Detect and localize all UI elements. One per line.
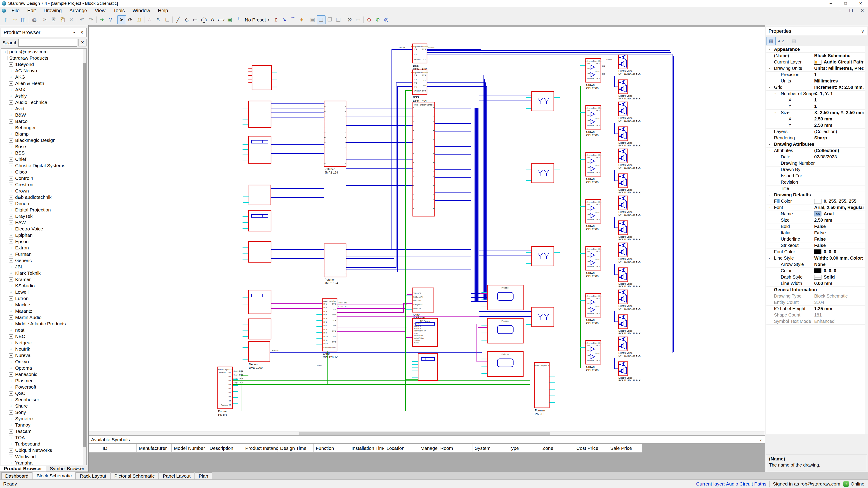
schematic-block[interactable]: 2 Channel AmplifierCrownCDI 2000I/P 1I/P… — [585, 199, 602, 231]
tree-item-cisco[interactable]: +Cisco — [1, 169, 86, 175]
tree-item-klark-teknik[interactable]: +Klark Teknik — [1, 270, 86, 276]
schematic-block[interactable]: PatcherJMP2-124 — [324, 244, 346, 285]
tree-item-allen-heath[interactable]: +Allen & Heath — [1, 80, 86, 87]
wire[interactable] — [346, 87, 412, 272]
property-row[interactable]: ⌄FontArial, 2.50 mm, Regular — [766, 204, 867, 211]
tree-item-plasmec[interactable]: +Plasmec — [1, 378, 86, 384]
tree-item-lowell[interactable]: +Lowell — [1, 289, 86, 295]
tree-item-kramer[interactable]: +Kramer — [1, 276, 86, 283]
tree-item-jbl[interactable]: +JBL — [1, 264, 86, 270]
expander-icon[interactable]: › — [757, 437, 765, 443]
hammer-tool-icon[interactable]: ⚒ — [345, 15, 354, 24]
speaker-block[interactable]: Electro-VoiceEVF-1122D/126-BLK — [618, 174, 641, 194]
property-row[interactable]: Title — [766, 186, 867, 192]
tree-item-optoma[interactable]: +Optoma — [1, 365, 86, 371]
property-category[interactable]: ⌄General Information — [766, 287, 867, 293]
property-row[interactable]: ⌄Attributes(Collection) — [766, 148, 867, 154]
tree-item-lutron[interactable]: +Lutron — [1, 295, 86, 302]
property-row[interactable]: Y1 — [766, 103, 867, 109]
properties-scrollbar[interactable] — [865, 46, 868, 434]
doc-tab-plan[interactable]: Plan — [195, 473, 212, 480]
lock-tool-icon[interactable]: ⚿ — [134, 15, 143, 24]
undo-icon[interactable]: ↶ — [78, 15, 87, 24]
cube3-tool-icon[interactable]: ❑ — [334, 15, 343, 24]
tree-item-neat[interactable]: +neat — [1, 327, 86, 333]
tree-item-mackie[interactable]: +Mackie — [1, 302, 86, 308]
print-icon[interactable]: ⎙ — [30, 15, 39, 24]
export-icon[interactable]: ➜ — [98, 15, 106, 24]
menu-drawing[interactable]: Drawing — [39, 7, 66, 14]
tree-item-toa[interactable]: +TOA — [1, 434, 86, 441]
tree-item-sony[interactable]: +Sony — [1, 409, 86, 416]
column-header-blank[interactable] — [89, 444, 100, 453]
tree-item-behringer[interactable]: +Behringer — [1, 125, 86, 131]
schematic-block[interactable]: Matrix SwitcherExtronCPT128HVI/P 1I/P 2I… — [322, 299, 338, 359]
wire[interactable] — [601, 217, 618, 228]
tree-item-d-b-audiotechnik[interactable]: +d&b audiotechnik — [1, 194, 86, 200]
delete-icon[interactable]: ✕ — [67, 15, 75, 24]
property-row[interactable]: Date02/08/2023 — [766, 154, 867, 160]
column-header-zone[interactable]: Zone — [540, 444, 574, 453]
save-icon[interactable]: ◫ — [19, 15, 28, 24]
rotate-tool-icon[interactable]: ⟳ — [126, 15, 134, 24]
tree-item-powersoft[interactable]: +Powersoft — [1, 384, 86, 390]
canvas-scrollbar-thumb[interactable] — [299, 432, 550, 435]
tree-item-marantz[interactable]: +Marantz — [1, 308, 86, 314]
speaker-block[interactable]: Electro-VoiceEVF-1122D/126-BLK — [618, 362, 641, 382]
property-category[interactable]: ⌄Appearance — [766, 46, 867, 53]
categorized-view-icon[interactable]: ▦ — [767, 37, 776, 45]
property-row[interactable]: Symbol Text ModeEnhanced — [766, 318, 867, 325]
property-row[interactable]: BoldFalse — [766, 223, 867, 230]
property-row[interactable]: Revision — [766, 179, 867, 186]
zoom-select-icon[interactable]: ◎ — [382, 15, 391, 24]
tree-item-electro-voice[interactable]: +Electro-Voice — [1, 226, 86, 232]
status-current-layer[interactable]: Current layer: Audio Circuit Paths — [696, 481, 766, 487]
wire[interactable] — [601, 358, 618, 369]
tree-item-middle-atlantic-products[interactable]: +Middle Atlantic Products — [1, 321, 86, 327]
property-row[interactable]: Dash StyleSolid — [766, 274, 867, 281]
menu-edit[interactable]: Edit — [23, 7, 39, 14]
property-row[interactable]: StrikeoutFalse — [766, 242, 867, 249]
schematic-block[interactable]: DenonDVD-1200 — [248, 341, 270, 369]
close-button[interactable]: ✕ — [853, 0, 868, 7]
tree-item-epson[interactable]: +Epson — [1, 238, 86, 245]
direct-select-tool-icon[interactable]: ↖ — [154, 15, 163, 24]
schematic-block[interactable]: Multi-Function Console — [413, 102, 435, 216]
available-symbols-bar[interactable]: Available Symbols › — [89, 436, 765, 444]
minimize-button[interactable]: – — [823, 0, 838, 7]
schematic-block[interactable]: Projector — [487, 285, 523, 310]
tab-product-browser[interactable]: Product Browser — [0, 466, 46, 472]
rectangle-tool-icon[interactable]: ▭ — [191, 15, 199, 24]
tree-item-digital-projection[interactable]: +Digital Projection — [1, 207, 86, 213]
dimension-tool-icon[interactable]: ⟷ — [217, 15, 225, 24]
doc-tab-rack-layout[interactable]: Rack Layout — [76, 473, 110, 480]
schematic-block[interactable]: Projector — [487, 318, 523, 343]
property-row[interactable]: X2.50 mm — [766, 116, 867, 122]
wire[interactable] — [337, 332, 412, 337]
tree-item-martin-audio[interactable]: +Martin Audio — [1, 314, 86, 321]
property-row[interactable]: Y2.50 mm — [766, 122, 867, 129]
menu-help[interactable]: Help — [154, 7, 172, 14]
tree-item-christie-digital-systems[interactable]: +Christie Digital Systems — [1, 162, 86, 169]
wire[interactable] — [601, 311, 618, 322]
cut-icon[interactable]: ✂ — [41, 15, 50, 24]
tree-item-neutrik[interactable]: +Neutrik — [1, 346, 86, 352]
column-header-id[interactable]: ID — [100, 444, 136, 453]
column-header-installation-time[interactable]: Installation Time — [349, 444, 384, 453]
property-row[interactable]: Fill Color0, 255, 255, 255 — [766, 198, 867, 204]
tree-item-crestron[interactable]: +Crestron — [1, 182, 86, 188]
mdi-minimize-button[interactable]: – — [834, 8, 845, 13]
wire[interactable] — [346, 79, 412, 263]
menu-view[interactable]: View — [91, 7, 109, 14]
property-row[interactable]: Shape Count181 — [766, 312, 867, 318]
tree-item-qsc[interactable]: +QSC — [1, 390, 86, 396]
schematic-canvas[interactable]: DenonDVD-1200Power SequencerFurmanPS-8RM… — [89, 27, 765, 435]
wire[interactable] — [601, 76, 618, 87]
column-header-description[interactable]: Description — [207, 444, 243, 453]
speaker-block[interactable]: Electro-VoiceEVF-1122D/126-BLK — [618, 127, 641, 147]
column-header-cost-price[interactable]: Cost Price — [574, 444, 608, 453]
tree-item-bose[interactable]: +Bose — [1, 143, 86, 150]
tree-item-1beyond[interactable]: +1Beyond — [1, 61, 86, 68]
speaker-block[interactable]: Electro-VoiceEVF-1122D/126-BLK — [618, 243, 641, 263]
property-row[interactable]: Drawn By — [766, 166, 867, 173]
